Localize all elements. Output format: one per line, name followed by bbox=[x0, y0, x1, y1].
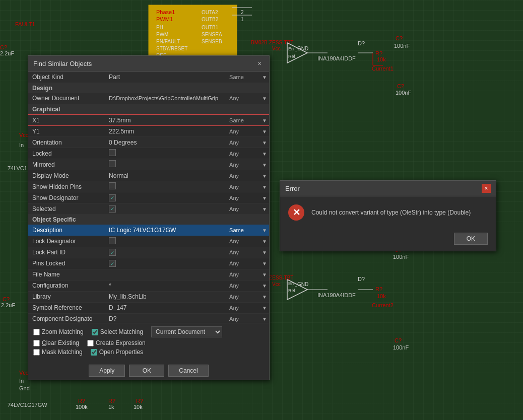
option-text: Any bbox=[229, 271, 239, 277]
select-matching-label[interactable]: Select Matching bbox=[100, 328, 143, 335]
open-properties-item: Open Properties bbox=[91, 348, 143, 356]
mask-matching-checkbox[interactable] bbox=[33, 349, 40, 356]
show-designator-checkbox[interactable] bbox=[109, 194, 116, 201]
table-row: Configuration * Any ▼ bbox=[28, 280, 269, 291]
table-row: Pins Locked Any ▼ bbox=[28, 258, 269, 269]
prop-option[interactable]: Same ▼ bbox=[225, 225, 269, 236]
prop-value bbox=[105, 181, 225, 192]
select-matching-checkbox[interactable] bbox=[92, 329, 98, 335]
lock-part-id-checkbox[interactable] bbox=[109, 249, 116, 256]
apply-button[interactable]: Apply bbox=[89, 365, 125, 377]
prop-option[interactable]: Any ▼ bbox=[225, 181, 269, 192]
table-row: Show Designator Any ▼ bbox=[28, 192, 269, 203]
prop-value: Normal bbox=[105, 170, 225, 181]
clear-existing-label[interactable]: Clear Existing bbox=[42, 339, 79, 346]
dropdown-arrow: ▼ bbox=[262, 272, 267, 277]
option-text: Any bbox=[229, 195, 239, 201]
mask-matching-label[interactable]: Mask Matching bbox=[42, 348, 83, 356]
section-header-graphical: Graphical bbox=[28, 104, 269, 115]
option-text: Any bbox=[229, 305, 239, 311]
table-row: X1 37.5mm Same ▼ bbox=[28, 115, 269, 126]
dialog-close-button[interactable]: × bbox=[255, 59, 264, 68]
prop-option[interactable]: Any ▼ bbox=[225, 203, 269, 215]
zoom-matching-checkbox[interactable] bbox=[33, 329, 40, 335]
open-properties-label[interactable]: Open Properties bbox=[99, 348, 143, 356]
clear-existing-checkbox[interactable] bbox=[33, 340, 40, 346]
prop-value: * bbox=[105, 280, 225, 291]
selected-checkbox[interactable] bbox=[109, 205, 116, 213]
prop-value: My_lib.SchLib bbox=[105, 291, 225, 302]
prop-option[interactable]: Any ▼ bbox=[225, 280, 269, 291]
pins-locked-checkbox[interactable] bbox=[109, 260, 116, 267]
prop-value: 37.5mm bbox=[105, 115, 225, 126]
checkbox-row-1: Zoom Matching Select Matching Current Do… bbox=[33, 326, 264, 337]
option-text: Any bbox=[229, 95, 239, 101]
locked-checkbox[interactable] bbox=[109, 149, 116, 156]
properties-table-container[interactable]: Object Kind Part Same ▼ Design Owner Doc… bbox=[28, 72, 269, 323]
ok-button[interactable]: OK bbox=[129, 365, 164, 377]
prop-value bbox=[105, 159, 225, 170]
prop-option[interactable]: Any ▼ bbox=[225, 269, 269, 280]
clear-label-rest: lear Existing bbox=[46, 339, 79, 346]
zoom-matching-item: Zoom Matching bbox=[33, 328, 84, 335]
prop-label: Component Designato bbox=[28, 313, 105, 323]
prop-option[interactable]: Any ▼ bbox=[225, 170, 269, 181]
button-row: Apply OK Cancel bbox=[28, 361, 269, 380]
mirrored-checkbox[interactable] bbox=[109, 160, 116, 167]
error-ok-button[interactable]: OK bbox=[454, 233, 488, 245]
prop-value bbox=[105, 269, 225, 280]
prop-label: Y1 bbox=[28, 126, 105, 137]
create-expression-checkbox[interactable] bbox=[87, 340, 94, 346]
open-properties-checkbox[interactable] bbox=[91, 349, 97, 356]
prop-option[interactable]: Any ▼ bbox=[225, 313, 269, 323]
prop-option[interactable]: Any ▼ bbox=[225, 302, 269, 313]
error-close-button[interactable]: × bbox=[482, 184, 491, 193]
prop-label: Symbol Reference bbox=[28, 302, 105, 313]
section-label: Object Specific bbox=[28, 215, 269, 225]
option-text: Any bbox=[229, 162, 239, 168]
error-title: Error bbox=[285, 185, 300, 192]
prop-option[interactable]: Any ▼ bbox=[225, 148, 269, 159]
prop-option[interactable]: Any ▼ bbox=[225, 192, 269, 203]
error-titlebar: Error × bbox=[280, 181, 496, 196]
table-row: Mirrored Any ▼ bbox=[28, 159, 269, 170]
prop-option[interactable]: Any ▼ bbox=[225, 236, 269, 247]
lock-designator-checkbox[interactable] bbox=[109, 237, 116, 244]
section-label: Graphical bbox=[28, 104, 269, 115]
zoom-matching-label[interactable]: Zoom Matching bbox=[42, 328, 84, 335]
prop-option[interactable]: Same ▼ bbox=[225, 72, 269, 83]
prop-value: IC Logic 74LVC1G17GW bbox=[105, 225, 225, 236]
option-text: Same bbox=[229, 74, 244, 80]
error-dialog: Error × ✕ Could not convert variant of t… bbox=[280, 180, 496, 251]
checkbox-row-3: Mask Matching Open Properties bbox=[33, 348, 264, 356]
dropdown-arrow: ▼ bbox=[262, 261, 267, 266]
show-hidden-pins-checkbox[interactable] bbox=[109, 182, 116, 189]
dropdown-arrow: ▼ bbox=[262, 139, 267, 145]
prop-label: Lock Part ID bbox=[28, 247, 105, 258]
clear-existing-item: Clear Existing bbox=[33, 339, 79, 346]
dropdown-arrow: ▼ bbox=[262, 239, 267, 244]
prop-value bbox=[105, 148, 225, 159]
prop-option[interactable]: Any ▼ bbox=[225, 93, 269, 104]
option-text: Any bbox=[229, 238, 239, 244]
prop-label: Display Mode bbox=[28, 170, 105, 181]
prop-option[interactable]: Any ▼ bbox=[225, 258, 269, 269]
scope-dropdown[interactable]: Current Document All Open Documents All … bbox=[151, 326, 222, 337]
option-text: Any bbox=[229, 283, 239, 289]
option-text: Same bbox=[229, 227, 244, 233]
table-row: File Name Any ▼ bbox=[28, 269, 269, 280]
prop-option[interactable]: Any ▼ bbox=[225, 126, 269, 137]
section-label: Design bbox=[28, 83, 269, 93]
prop-option[interactable]: Any ▼ bbox=[225, 137, 269, 148]
create-expression-label[interactable]: Create Expression bbox=[96, 339, 146, 346]
prop-option[interactable]: Any ▼ bbox=[225, 291, 269, 302]
prop-value bbox=[105, 258, 225, 269]
prop-option[interactable]: Any ▼ bbox=[225, 247, 269, 258]
cancel-button[interactable]: Cancel bbox=[168, 365, 208, 377]
prop-option[interactable]: Any ▼ bbox=[225, 159, 269, 170]
prop-option[interactable]: Same ▼ bbox=[225, 115, 269, 126]
create-expression-item: Create Expression bbox=[87, 339, 146, 346]
option-text: Same bbox=[229, 117, 244, 123]
dropdown-arrow: ▼ bbox=[262, 151, 267, 156]
prop-label: Show Hidden Pins bbox=[28, 181, 105, 192]
